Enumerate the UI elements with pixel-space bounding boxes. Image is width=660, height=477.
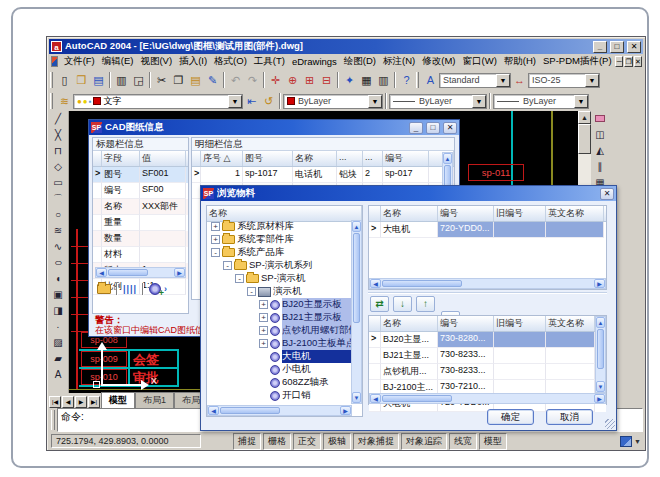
toggle-model[interactable]: 模型 bbox=[479, 433, 507, 450]
toggle-polar[interactable]: 极轴 bbox=[323, 433, 351, 450]
spline-icon[interactable]: ∿ bbox=[49, 239, 67, 255]
scroll-right-icon[interactable]: ▶ bbox=[340, 406, 351, 415]
close-button[interactable]: ✕ bbox=[627, 41, 641, 53]
tree-vscrollbar[interactable]: ▲ ▼ bbox=[351, 220, 362, 404]
tree-item[interactable]: +BJ-2100主板单点 bbox=[207, 337, 351, 350]
toggle-ortho[interactable]: 正交 bbox=[293, 433, 321, 450]
point-icon[interactable]: ∙ bbox=[49, 319, 67, 335]
revcloud-icon[interactable]: ≋ bbox=[49, 223, 67, 239]
save-icon[interactable]: ▤ bbox=[90, 72, 107, 89]
table-row[interactable]: > 1 sp-1017 电话机 铝块 2 sp-017 bbox=[192, 167, 454, 183]
plot-icon[interactable]: ▥ bbox=[113, 72, 130, 89]
copy-object-icon[interactable]: ◫ bbox=[591, 127, 609, 143]
table-row[interactable]: 材料 bbox=[93, 247, 188, 263]
tree-item[interactable]: 小电机 bbox=[207, 363, 351, 376]
scroll-right-icon[interactable]: ▶ bbox=[174, 268, 185, 277]
help-icon[interactable]: ? bbox=[398, 72, 415, 89]
vscrollbar[interactable]: ▲ ▼ bbox=[595, 316, 606, 393]
menu-modify[interactable]: 修改(M) bbox=[419, 55, 459, 68]
scroll-up-icon[interactable]: ▲ bbox=[578, 111, 591, 124]
hscrollbar[interactable]: ◀ ▶ bbox=[369, 393, 606, 404]
barcode-icon[interactable]: |||| bbox=[123, 284, 137, 295]
color-combo[interactable]: ByLayer ▼ bbox=[283, 94, 383, 109]
doc-restore-button[interactable]: ❐ bbox=[624, 56, 632, 67]
open-icon[interactable]: ❒ bbox=[73, 72, 90, 89]
insert-block-icon[interactable]: ▣ bbox=[49, 287, 67, 303]
tab-last-icon[interactable]: ▶| bbox=[88, 396, 100, 408]
line-icon[interactable]: ╱ bbox=[49, 111, 67, 127]
hscrollbar[interactable]: ◀ ▶ bbox=[369, 278, 606, 289]
command-grip[interactable] bbox=[51, 410, 55, 430]
toggle-snap[interactable]: 捕捉 bbox=[233, 433, 261, 450]
tree-item[interactable]: +点钞机用螺钉部件 bbox=[207, 324, 351, 337]
table-row[interactable]: BJ21主显... 730-8233... bbox=[369, 348, 606, 364]
toggle-lineweight[interactable]: 线宽 bbox=[449, 433, 477, 450]
ellipse-icon[interactable]: ○ bbox=[49, 255, 67, 271]
designcenter-icon[interactable]: ▦ bbox=[358, 72, 375, 89]
layer-combo[interactable]: ● ● ▪ 文字 ▼ bbox=[73, 94, 243, 109]
tab-first-icon[interactable]: |◀ bbox=[49, 396, 61, 408]
match-properties-icon[interactable]: ✎ bbox=[204, 72, 221, 89]
menu-draw[interactable]: 绘图(D) bbox=[340, 55, 379, 68]
doc-minimize-button[interactable]: ─ bbox=[615, 56, 623, 67]
table-row[interactable]: > 图号 SF001 bbox=[93, 167, 188, 183]
scroll-thumb[interactable] bbox=[597, 329, 604, 369]
move-up-icon[interactable]: ↑ bbox=[416, 296, 435, 312]
expander-icon[interactable]: + bbox=[211, 235, 220, 244]
expander-icon[interactable]: + bbox=[259, 313, 268, 322]
scroll-thumb[interactable] bbox=[578, 124, 591, 154]
scroll-thumb[interactable] bbox=[444, 165, 451, 187]
scroll-thumb[interactable] bbox=[220, 407, 280, 414]
menu-tools[interactable]: 工具(T) bbox=[250, 55, 288, 68]
table-row[interactable]: 重量 bbox=[93, 215, 188, 231]
properties-icon[interactable]: ✦ bbox=[341, 72, 358, 89]
transfer-icon[interactable]: ⇄ bbox=[370, 296, 389, 312]
tree-item[interactable]: -SP-演示机 bbox=[207, 272, 351, 285]
expander-icon[interactable]: - bbox=[211, 248, 220, 257]
move-down-icon[interactable]: ↓ bbox=[393, 296, 412, 312]
tab-next-icon[interactable]: ▶ bbox=[75, 396, 87, 408]
expander-icon[interactable]: - bbox=[235, 274, 244, 283]
hscrollbar[interactable]: ◀ ▶ bbox=[95, 267, 186, 278]
tree-item[interactable]: +BJ21主显示板 bbox=[207, 311, 351, 324]
add-part-icon[interactable] bbox=[149, 283, 161, 295]
zoom-window-icon[interactable]: ⊞ bbox=[301, 72, 318, 89]
toggle-osnap[interactable]: 对象捕捉 bbox=[353, 433, 399, 450]
menu-format[interactable]: 格式(O) bbox=[211, 55, 251, 68]
scroll-thumb[interactable] bbox=[382, 395, 452, 402]
undo-icon[interactable]: ↶ bbox=[227, 72, 244, 89]
scroll-left-icon[interactable]: ◀ bbox=[370, 394, 381, 403]
tab-layout1[interactable]: 布局1 bbox=[135, 392, 174, 408]
table-row[interactable]: 数量 bbox=[93, 231, 188, 247]
mirror-icon[interactable]: ◭ bbox=[591, 143, 609, 159]
menu-dimension[interactable]: 标注(N) bbox=[380, 55, 419, 68]
arc-icon[interactable]: ⌒ bbox=[49, 191, 67, 207]
plot-preview-icon[interactable]: ◲ bbox=[130, 72, 147, 89]
copy-icon[interactable]: ❐ bbox=[170, 72, 187, 89]
doc-close-button[interactable]: ✕ bbox=[634, 56, 642, 67]
tree-item[interactable]: 608ZZ轴承 bbox=[207, 376, 351, 389]
browse-dialog-titlebar[interactable]: SP 浏览物料 ✕ bbox=[201, 186, 616, 201]
zoom-realtime-icon[interactable]: ⊕ bbox=[284, 72, 301, 89]
dialog-close-button[interactable]: ✕ bbox=[443, 122, 457, 134]
status-menu-arrow-icon[interactable]: ▼ bbox=[634, 438, 641, 445]
chevron-down-icon[interactable]: ▼ bbox=[368, 95, 382, 108]
mtext-icon[interactable]: A bbox=[49, 367, 67, 383]
new-icon[interactable]: ▯ bbox=[56, 72, 73, 89]
layers-manager-icon[interactable]: ≋ bbox=[56, 93, 73, 110]
chevron-down-icon[interactable]: ▼ bbox=[574, 95, 588, 108]
rectangle-icon[interactable]: ▭ bbox=[49, 175, 67, 191]
lineweight-combo[interactable]: ByLayer ▼ bbox=[493, 94, 589, 109]
scroll-down-icon[interactable]: ▼ bbox=[596, 381, 605, 392]
tree-hscrollbar[interactable]: ◀ ▶ bbox=[207, 405, 352, 416]
chevron-down-icon[interactable]: ▼ bbox=[472, 95, 486, 108]
pan-icon[interactable]: ✛ bbox=[267, 72, 284, 89]
tab-prev-icon[interactable]: ◀ bbox=[62, 396, 74, 408]
expander-icon[interactable]: + bbox=[259, 300, 268, 309]
redo-icon[interactable]: ↷ bbox=[244, 72, 261, 89]
open-icon[interactable] bbox=[97, 284, 111, 294]
tree-item[interactable]: +系统零部件库 bbox=[207, 233, 351, 246]
chevron-down-icon[interactable]: ▼ bbox=[585, 74, 599, 87]
expander-icon[interactable]: + bbox=[211, 222, 220, 231]
ok-button[interactable]: 确定 bbox=[487, 409, 534, 425]
